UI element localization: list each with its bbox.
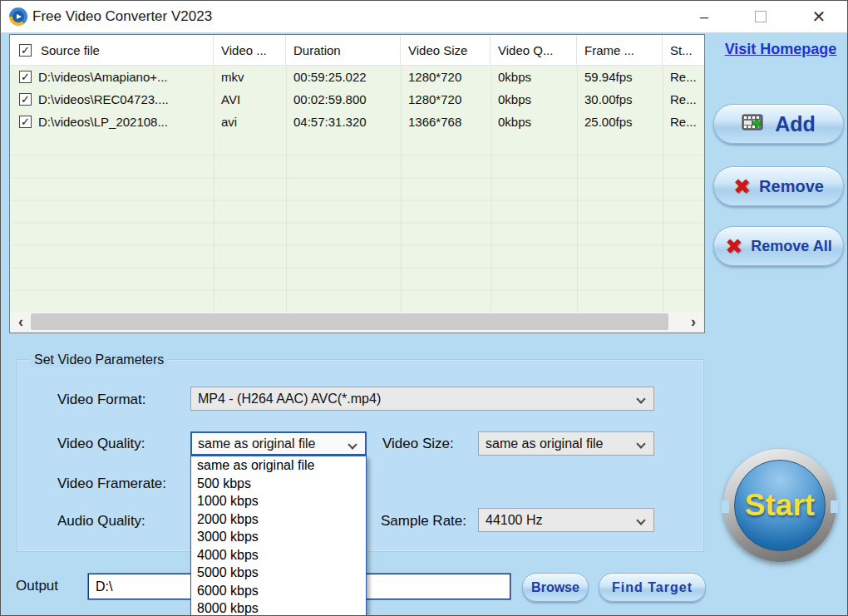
cell-duration: 00:02:59.800 [286,92,401,106]
dropdown-option[interactable]: same as original file [191,456,366,475]
ring-notch [722,500,729,513]
table-header-row: ✓ Source file Video ... Duration Video S… [10,35,704,66]
video-size-select[interactable]: same as original file [478,431,654,456]
column-divider [577,67,578,312]
minimize-icon: – [700,8,708,26]
cell-quality: 0kbps [491,115,577,129]
cell-video: mkv [214,70,286,84]
dropdown-option[interactable]: 500 kbps [191,475,366,493]
column-divider [214,67,214,312]
cell-source: D:\videos\REC04723.... [38,92,169,106]
video-quality-label: Video Quality: [57,436,145,452]
check-icon: ✓ [21,116,30,127]
remove-x-icon: ✖ [725,234,742,259]
header-video-quality[interactable]: Video Q... [491,35,577,65]
start-label: Start [745,488,815,523]
maximize-button[interactable] [744,1,777,32]
table-row[interactable]: ✓ D:\videos\Amapiano+... mkv 00:59:25.02… [10,66,704,88]
close-icon: ✕ [812,7,826,27]
cell-framerate: 25.00fps [577,115,663,129]
dropdown-option[interactable]: 5000 kbps [191,564,366,582]
remove-label: Remove [759,177,824,196]
film-add-icon [742,114,767,134]
check-icon: ✓ [21,45,30,56]
remove-all-button[interactable]: ✖ Remove All [713,226,844,266]
dropdown-option[interactable]: 6000 kbps [191,582,366,600]
select-all-checkbox[interactable]: ✓ [19,44,32,57]
header-duration[interactable]: Duration [286,35,401,65]
table-row[interactable]: ✓ D:\videos\LP_202108... avi 04:57:31.32… [10,111,704,133]
cell-framerate: 59.94fps [577,70,663,84]
sample-rate-select[interactable]: 44100 Hz [478,508,654,532]
chevron-down-icon [636,515,645,525]
header-status[interactable]: St... [663,35,704,65]
cell-quality: 0kbps [491,70,577,84]
minimize-button[interactable]: – [688,1,721,32]
video-quality-select[interactable]: same as original file [190,431,367,456]
row-checkbox[interactable]: ✓ [19,93,32,106]
cell-status: Re... [663,115,704,129]
header-video-size[interactable]: Video Size [401,35,491,65]
group-title: Set Video Parameters [30,352,168,367]
dropdown-option[interactable]: 4000 kbps [191,546,366,564]
scrollbar-thumb[interactable] [31,313,668,330]
dropdown-option[interactable]: 1000 kbps [191,492,366,510]
video-format-label: Video Format: [57,392,145,408]
row-checkbox[interactable]: ✓ [19,116,32,128]
cell-video: AVI [214,92,286,106]
file-list-table: ✓ Source file Video ... Duration Video S… [9,34,705,333]
cell-source: D:\videos\Amapiano+... [38,70,168,84]
cell-quality: 0kbps [491,92,577,106]
video-quality-dropdown-list: same as original file 500 kbps 1000 kbps… [190,456,367,616]
cell-duration: 00:59:25.022 [286,70,401,84]
video-framerate-label: Video Framerate: [57,476,166,492]
table-empty-area [11,134,703,312]
sample-rate-label: Sample Rate: [381,513,466,530]
dropdown-option[interactable]: 2000 kbps [191,510,366,529]
cell-status: Re... [663,70,704,84]
find-target-button[interactable]: Find Target [599,573,706,602]
cell-duration: 04:57:31.320 [286,115,401,129]
row-checkbox[interactable]: ✓ [19,71,32,83]
cell-video: avi [214,115,286,129]
start-button[interactable]: Start [723,449,836,562]
ring-notch [831,500,838,513]
header-video[interactable]: Video ... [214,35,286,65]
cell-size: 1280*720 [401,70,491,84]
header-source-file[interactable]: ✓ Source file [10,35,214,65]
column-divider [491,67,491,312]
browse-button[interactable]: Browse [522,573,589,602]
cell-size: 1280*720 [401,92,491,106]
cell-source: D:\videos\LP_202108... [38,115,168,129]
dropdown-option[interactable]: 8000 kbps [191,599,366,616]
chevron-down-icon [348,440,357,449]
dropdown-option[interactable]: 3000 kbps [191,528,366,546]
window-title: Free Video Converter V2023 [32,8,212,25]
column-divider [286,67,287,312]
scroll-right-arrow[interactable]: › [683,312,703,332]
close-button[interactable]: ✕ [802,1,836,32]
video-format-select[interactable]: MP4 - (H264 AAC) AVC(*.mp4) [190,387,654,411]
scroll-left-arrow[interactable]: ‹ [11,312,31,332]
visit-homepage-link[interactable]: Visit Homepage [717,41,844,58]
table-row[interactable]: ✓ D:\videos\REC04723.... AVI 00:02:59.80… [10,88,704,111]
cell-size: 1366*768 [401,115,491,129]
output-label: Output [16,578,58,594]
maximize-icon [755,11,767,22]
check-icon: ✓ [21,71,30,82]
remove-button[interactable]: ✖ Remove [713,166,844,206]
column-divider [401,67,402,312]
header-frame-rate[interactable]: Frame ... [577,35,663,65]
titlebar: Free Video Converter V2023 – ✕ [1,1,847,32]
add-button[interactable]: Add [713,104,844,144]
check-icon: ✓ [21,94,30,105]
horizontal-scrollbar[interactable]: ‹ › [11,312,703,332]
video-size-label: Video Size: [382,436,454,452]
chevron-down-icon [636,394,645,403]
remove-x-icon: ✖ [733,175,751,199]
column-label: Source file [41,43,100,57]
cell-status: Re... [663,92,704,106]
remove-all-label: Remove All [751,238,831,255]
cell-framerate: 30.00fps [577,92,663,106]
audio-quality-label: Audio Quality: [57,513,145,530]
